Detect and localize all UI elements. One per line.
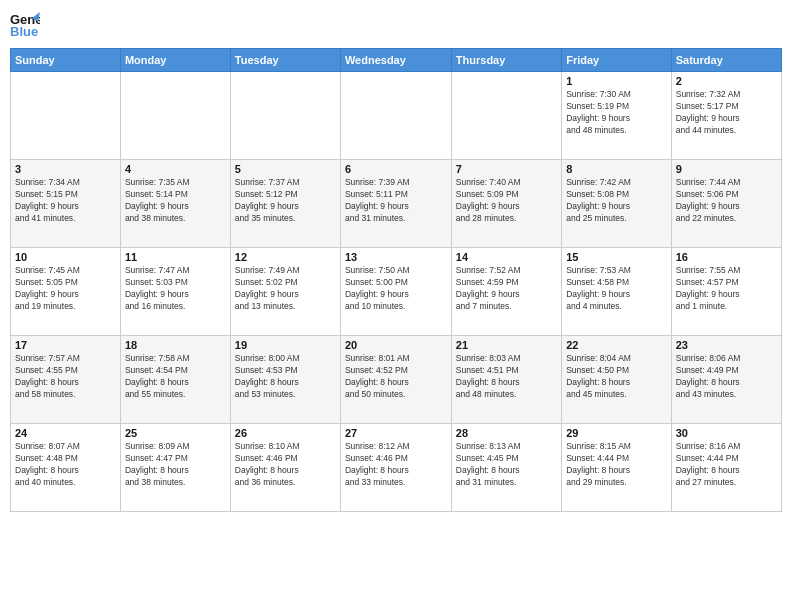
calendar-cell: 20Sunrise: 8:01 AM Sunset: 4:52 PM Dayli…: [340, 336, 451, 424]
day-info: Sunrise: 7:50 AM Sunset: 5:00 PM Dayligh…: [345, 265, 447, 313]
day-number: 25: [125, 427, 226, 439]
day-info: Sunrise: 7:44 AM Sunset: 5:06 PM Dayligh…: [676, 177, 777, 225]
day-info: Sunrise: 8:04 AM Sunset: 4:50 PM Dayligh…: [566, 353, 667, 401]
calendar-cell: 14Sunrise: 7:52 AM Sunset: 4:59 PM Dayli…: [451, 248, 561, 336]
calendar-cell: 1Sunrise: 7:30 AM Sunset: 5:19 PM Daylig…: [562, 72, 672, 160]
day-number: 15: [566, 251, 667, 263]
day-number: 29: [566, 427, 667, 439]
day-number: 21: [456, 339, 557, 351]
day-info: Sunrise: 8:16 AM Sunset: 4:44 PM Dayligh…: [676, 441, 777, 489]
calendar-cell: 2Sunrise: 7:32 AM Sunset: 5:17 PM Daylig…: [671, 72, 781, 160]
day-number: 10: [15, 251, 116, 263]
svg-text:Blue: Blue: [10, 24, 38, 39]
calendar-cell: 22Sunrise: 8:04 AM Sunset: 4:50 PM Dayli…: [562, 336, 672, 424]
calendar-cell: 29Sunrise: 8:15 AM Sunset: 4:44 PM Dayli…: [562, 424, 672, 512]
day-number: 24: [15, 427, 116, 439]
day-number: 18: [125, 339, 226, 351]
day-info: Sunrise: 8:10 AM Sunset: 4:46 PM Dayligh…: [235, 441, 336, 489]
day-info: Sunrise: 8:13 AM Sunset: 4:45 PM Dayligh…: [456, 441, 557, 489]
day-info: Sunrise: 7:42 AM Sunset: 5:08 PM Dayligh…: [566, 177, 667, 225]
day-number: 30: [676, 427, 777, 439]
calendar-cell: [451, 72, 561, 160]
day-info: Sunrise: 7:40 AM Sunset: 5:09 PM Dayligh…: [456, 177, 557, 225]
calendar-cell: 18Sunrise: 7:58 AM Sunset: 4:54 PM Dayli…: [120, 336, 230, 424]
calendar-cell: 30Sunrise: 8:16 AM Sunset: 4:44 PM Dayli…: [671, 424, 781, 512]
logo: General Blue: [10, 10, 44, 40]
calendar-cell: 17Sunrise: 7:57 AM Sunset: 4:55 PM Dayli…: [11, 336, 121, 424]
calendar-cell: 27Sunrise: 8:12 AM Sunset: 4:46 PM Dayli…: [340, 424, 451, 512]
day-info: Sunrise: 7:58 AM Sunset: 4:54 PM Dayligh…: [125, 353, 226, 401]
calendar-header: SundayMondayTuesdayWednesdayThursdayFrid…: [11, 49, 782, 72]
day-number: 11: [125, 251, 226, 263]
calendar-cell: [11, 72, 121, 160]
day-info: Sunrise: 7:49 AM Sunset: 5:02 PM Dayligh…: [235, 265, 336, 313]
day-info: Sunrise: 7:52 AM Sunset: 4:59 PM Dayligh…: [456, 265, 557, 313]
day-info: Sunrise: 7:39 AM Sunset: 5:11 PM Dayligh…: [345, 177, 447, 225]
day-number: 26: [235, 427, 336, 439]
day-info: Sunrise: 7:34 AM Sunset: 5:15 PM Dayligh…: [15, 177, 116, 225]
day-number: 1: [566, 75, 667, 87]
day-number: 8: [566, 163, 667, 175]
calendar-cell: 8Sunrise: 7:42 AM Sunset: 5:08 PM Daylig…: [562, 160, 672, 248]
header-day: Thursday: [451, 49, 561, 72]
header-day: Wednesday: [340, 49, 451, 72]
day-number: 23: [676, 339, 777, 351]
day-info: Sunrise: 7:32 AM Sunset: 5:17 PM Dayligh…: [676, 89, 777, 137]
day-info: Sunrise: 8:09 AM Sunset: 4:47 PM Dayligh…: [125, 441, 226, 489]
calendar-week: 17Sunrise: 7:57 AM Sunset: 4:55 PM Dayli…: [11, 336, 782, 424]
page: General Blue SundayMondayTuesdayWednesda…: [0, 0, 792, 612]
day-number: 19: [235, 339, 336, 351]
calendar-cell: 28Sunrise: 8:13 AM Sunset: 4:45 PM Dayli…: [451, 424, 561, 512]
calendar-cell: 24Sunrise: 8:07 AM Sunset: 4:48 PM Dayli…: [11, 424, 121, 512]
calendar-cell: [120, 72, 230, 160]
header-day: Sunday: [11, 49, 121, 72]
calendar-cell: 19Sunrise: 8:00 AM Sunset: 4:53 PM Dayli…: [230, 336, 340, 424]
header-row: SundayMondayTuesdayWednesdayThursdayFrid…: [11, 49, 782, 72]
calendar-week: 10Sunrise: 7:45 AM Sunset: 5:05 PM Dayli…: [11, 248, 782, 336]
day-number: 17: [15, 339, 116, 351]
header: General Blue: [10, 10, 782, 40]
day-info: Sunrise: 8:07 AM Sunset: 4:48 PM Dayligh…: [15, 441, 116, 489]
calendar-cell: 4Sunrise: 7:35 AM Sunset: 5:14 PM Daylig…: [120, 160, 230, 248]
calendar-cell: 11Sunrise: 7:47 AM Sunset: 5:03 PM Dayli…: [120, 248, 230, 336]
day-info: Sunrise: 7:57 AM Sunset: 4:55 PM Dayligh…: [15, 353, 116, 401]
day-number: 2: [676, 75, 777, 87]
day-info: Sunrise: 7:53 AM Sunset: 4:58 PM Dayligh…: [566, 265, 667, 313]
day-info: Sunrise: 7:30 AM Sunset: 5:19 PM Dayligh…: [566, 89, 667, 137]
header-day: Tuesday: [230, 49, 340, 72]
calendar-cell: 12Sunrise: 7:49 AM Sunset: 5:02 PM Dayli…: [230, 248, 340, 336]
day-number: 3: [15, 163, 116, 175]
header-day: Friday: [562, 49, 672, 72]
calendar-week: 1Sunrise: 7:30 AM Sunset: 5:19 PM Daylig…: [11, 72, 782, 160]
calendar-cell: [230, 72, 340, 160]
header-day: Monday: [120, 49, 230, 72]
day-info: Sunrise: 7:35 AM Sunset: 5:14 PM Dayligh…: [125, 177, 226, 225]
day-info: Sunrise: 7:45 AM Sunset: 5:05 PM Dayligh…: [15, 265, 116, 313]
calendar-cell: 25Sunrise: 8:09 AM Sunset: 4:47 PM Dayli…: [120, 424, 230, 512]
header-day: Saturday: [671, 49, 781, 72]
day-number: 20: [345, 339, 447, 351]
calendar-week: 3Sunrise: 7:34 AM Sunset: 5:15 PM Daylig…: [11, 160, 782, 248]
day-info: Sunrise: 8:12 AM Sunset: 4:46 PM Dayligh…: [345, 441, 447, 489]
day-number: 16: [676, 251, 777, 263]
day-number: 27: [345, 427, 447, 439]
day-number: 7: [456, 163, 557, 175]
calendar-cell: 23Sunrise: 8:06 AM Sunset: 4:49 PM Dayli…: [671, 336, 781, 424]
day-number: 5: [235, 163, 336, 175]
day-number: 12: [235, 251, 336, 263]
calendar-cell: 21Sunrise: 8:03 AM Sunset: 4:51 PM Dayli…: [451, 336, 561, 424]
day-number: 9: [676, 163, 777, 175]
day-info: Sunrise: 8:06 AM Sunset: 4:49 PM Dayligh…: [676, 353, 777, 401]
calendar-cell: 5Sunrise: 7:37 AM Sunset: 5:12 PM Daylig…: [230, 160, 340, 248]
calendar-cell: 10Sunrise: 7:45 AM Sunset: 5:05 PM Dayli…: [11, 248, 121, 336]
day-info: Sunrise: 8:03 AM Sunset: 4:51 PM Dayligh…: [456, 353, 557, 401]
calendar-cell: 7Sunrise: 7:40 AM Sunset: 5:09 PM Daylig…: [451, 160, 561, 248]
calendar: SundayMondayTuesdayWednesdayThursdayFrid…: [10, 48, 782, 512]
day-info: Sunrise: 7:47 AM Sunset: 5:03 PM Dayligh…: [125, 265, 226, 313]
day-info: Sunrise: 7:55 AM Sunset: 4:57 PM Dayligh…: [676, 265, 777, 313]
calendar-cell: 3Sunrise: 7:34 AM Sunset: 5:15 PM Daylig…: [11, 160, 121, 248]
calendar-week: 24Sunrise: 8:07 AM Sunset: 4:48 PM Dayli…: [11, 424, 782, 512]
calendar-cell: 16Sunrise: 7:55 AM Sunset: 4:57 PM Dayli…: [671, 248, 781, 336]
logo-icon: General Blue: [10, 10, 40, 40]
day-info: Sunrise: 8:15 AM Sunset: 4:44 PM Dayligh…: [566, 441, 667, 489]
